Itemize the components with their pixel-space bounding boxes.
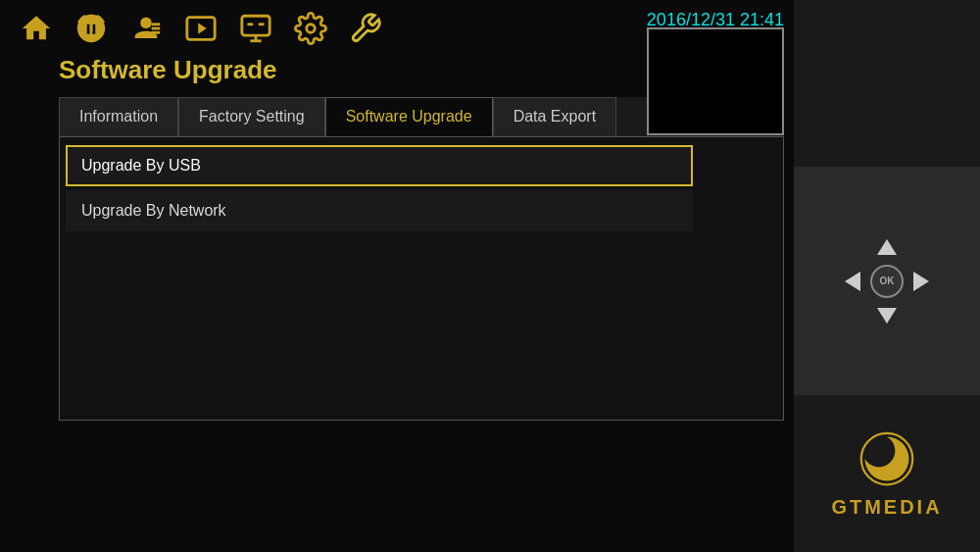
user-icon[interactable] [127, 10, 165, 47]
dpad-ok-button[interactable]: OK [870, 265, 904, 298]
dpad-area: OK [794, 167, 980, 395]
network-icon[interactable] [237, 10, 274, 47]
dpad-left-button[interactable] [838, 267, 867, 296]
content-panel: Upgrade By USB Upgrade By Network [59, 136, 784, 421]
dpad-right-button[interactable] [906, 267, 936, 296]
logo-area: GTMEDIA [794, 395, 980, 552]
menu-item-upgrade-network[interactable]: Upgrade By Network [66, 190, 693, 231]
svg-marker-7 [198, 23, 207, 33]
menu-item-upgrade-usb[interactable]: Upgrade By USB [66, 145, 693, 186]
media-icon[interactable] [182, 10, 220, 47]
right-panel: OK GTMEDIA [794, 0, 980, 552]
dpad-up-button[interactable] [872, 232, 902, 262]
dpad: OK [838, 232, 936, 330]
tab-factory-setting[interactable]: Factory Setting [178, 97, 325, 136]
datetime-display: 2016/12/31 21:41 [647, 10, 784, 30]
gtmedia-logo-icon [858, 429, 916, 488]
main-content-area: Information Factory Setting Software Upg… [59, 97, 784, 421]
settings-icon[interactable] [292, 10, 329, 47]
preview-box [647, 27, 784, 135]
dpad-down-button[interactable] [872, 301, 902, 330]
tab-information[interactable]: Information [59, 97, 178, 136]
tab-software-upgrade[interactable]: Software Upgrade [325, 97, 493, 136]
gtmedia-logo-text: GTMEDIA [831, 496, 942, 519]
antenna-icon[interactable] [73, 10, 110, 47]
right-top-area [794, 0, 980, 167]
nav-icon-bar [18, 10, 384, 47]
home-icon[interactable] [18, 10, 55, 47]
tab-data-export[interactable]: Data Export [493, 97, 616, 136]
svg-rect-8 [242, 16, 270, 35]
wrench-icon[interactable] [347, 10, 384, 47]
